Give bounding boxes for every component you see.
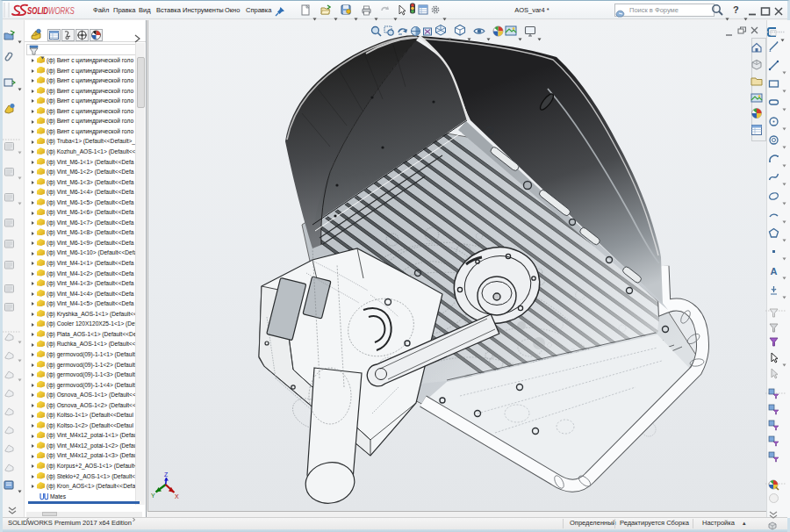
svg-text:Z: Z (164, 471, 169, 478)
svg-text:?: ? (733, 4, 739, 15)
svg-text:X: X (175, 493, 179, 500)
svg-text:Y: Y (151, 492, 155, 499)
svg-text:SOLIDWORKS: SOLIDWORKS (27, 6, 75, 16)
svg-text:A: A (771, 266, 778, 277)
